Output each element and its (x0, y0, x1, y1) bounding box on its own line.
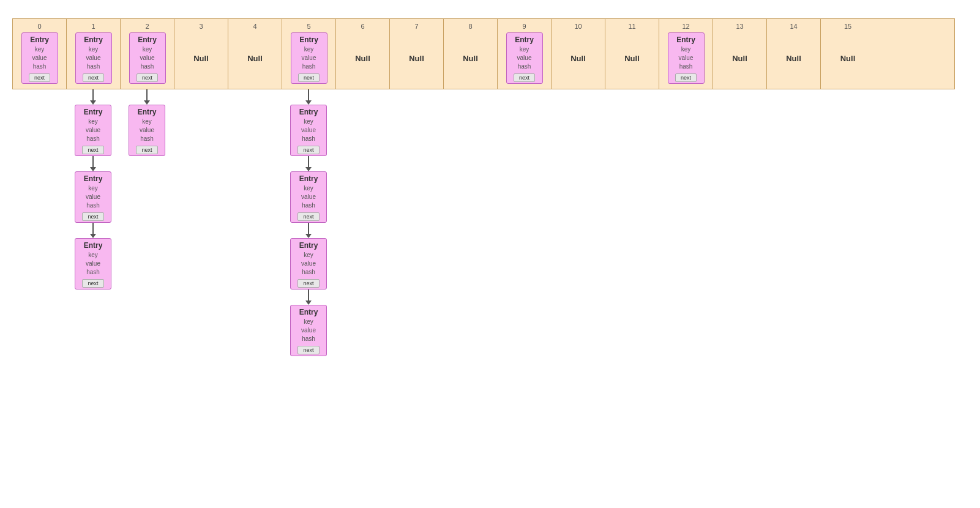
chain-col-4 (228, 89, 282, 356)
entry-field-2-key: key (143, 45, 152, 54)
bucket-null-7: Null (409, 35, 424, 81)
bucket-index-4: 4 (253, 23, 256, 30)
bucket-null-3: Null (193, 35, 209, 81)
arrow-5-3 (305, 289, 312, 305)
arrow-1-1 (90, 156, 96, 171)
bucket-null-11: Null (624, 35, 640, 81)
bucket-index-6: 6 (361, 23, 364, 30)
chain-1-node-1: Entry key value hash next (75, 105, 111, 156)
entry-field-2-value: value (140, 54, 155, 62)
entry-title-0: Entry (30, 35, 49, 44)
chain-2-node-1: Entry key value hash next (129, 105, 165, 156)
bucket-index-7: 7 (414, 23, 418, 30)
entry-field-12-hash: hash (679, 62, 693, 71)
entry-field-9-value: value (517, 54, 532, 62)
chain-col-0 (12, 89, 66, 356)
bucket-index-2: 2 (145, 23, 149, 30)
entry-title-5: Entry (299, 35, 318, 44)
arrow-5-2 (305, 223, 312, 238)
arrow-2-0 (144, 89, 150, 105)
chain-5-node-3: Entry key value hash next (290, 238, 327, 289)
chain-1-node-2: Entry key value hash next (75, 171, 111, 223)
bucket-index-13: 13 (736, 23, 743, 30)
bucket-null-10: Null (570, 35, 586, 81)
bucket-index-3: 3 (199, 23, 203, 30)
arrow-5-1 (305, 156, 312, 171)
entry-field-1-value: value (86, 54, 101, 62)
bucket-13: 13 Null (713, 19, 767, 89)
bucket-10: 10 Null (552, 19, 605, 89)
entry-field-1-key: key (89, 45, 99, 54)
bucket-index-12: 12 (682, 23, 689, 30)
entry-card-2: Entry key value hash next (129, 32, 166, 84)
chain-1-node-3: Entry key value hash next (75, 238, 111, 289)
bucket-1: 1 Entry key value hash next (67, 19, 121, 89)
bucket-15: 15 Null (821, 19, 875, 89)
bucket-7: 7 Null (390, 19, 444, 89)
entry-next-9: next (514, 73, 535, 82)
bucket-0: 0 Entry key value hash next (13, 19, 67, 89)
bucket-8: 8 Null (444, 19, 498, 89)
bucket-index-9: 9 (522, 23, 526, 30)
bucket-4: 4 Null (228, 19, 282, 89)
entry-title-12: Entry (676, 35, 695, 44)
entry-title-2: Entry (138, 35, 157, 44)
arrow-1-2 (90, 223, 96, 238)
entry-next-2: next (137, 73, 158, 82)
entry-next-1: next (83, 73, 104, 82)
entry-card-12: Entry key value hash next (668, 32, 705, 84)
bucket-index-10: 10 (574, 23, 582, 30)
bucket-null-15: Null (840, 35, 856, 81)
entry-field-2-hash: hash (141, 62, 154, 71)
bucket-14: 14 Null (767, 19, 821, 89)
entry-field-12-key: key (681, 45, 691, 54)
bucket-index-11: 11 (628, 23, 635, 30)
bucket-null-13: Null (732, 35, 747, 81)
bucket-index-1: 1 (91, 23, 95, 30)
bucket-null-8: Null (463, 35, 478, 81)
chain-5-node-2: Entry key value hash next (290, 171, 327, 223)
entry-next-12: next (675, 73, 697, 82)
entry-next-5: next (298, 73, 320, 82)
entry-card-5: Entry key value hash next (291, 32, 327, 84)
bucket-null-14: Null (786, 35, 801, 81)
arrow-1-0 (90, 89, 96, 105)
bucket-6: 6 Null (336, 19, 390, 89)
entry-field-12-value: value (679, 54, 694, 62)
entry-title-9: Entry (515, 35, 534, 44)
chain-col-1: Entry key value hash next Entry key valu… (66, 89, 120, 356)
entry-card-0: Entry key value hash next (21, 32, 58, 84)
chain-5-node-4: Entry key value hash next (290, 305, 327, 356)
entry-field-5-value: value (302, 54, 316, 62)
hash-table: 0 Entry key value hash next 1 Entry key … (12, 18, 955, 89)
entry-field-5-key: key (304, 45, 314, 54)
bucket-3: 3 Null (174, 19, 228, 89)
bucket-11: 11 Null (605, 19, 659, 89)
chain-col-3 (174, 89, 228, 356)
chain-5-node-1: Entry key value hash next (290, 105, 327, 156)
chain-col-2: Entry key value hash next (120, 89, 174, 356)
bucket-12: 12 Entry key value hash next (659, 19, 713, 89)
entry-title-1: Entry (84, 35, 103, 44)
bucket-9: 9 Entry key value hash next (498, 19, 552, 89)
bucket-index-0: 0 (37, 23, 41, 30)
entry-field-9-hash: hash (518, 62, 531, 71)
bucket-index-5: 5 (307, 23, 310, 30)
entry-field-1-hash: hash (87, 62, 100, 71)
entry-field-0-hash: hash (33, 62, 47, 71)
bucket-null-4: Null (247, 35, 263, 81)
entry-card-9: Entry key value hash next (506, 32, 543, 84)
bucket-index-15: 15 (844, 23, 851, 30)
arrow-5-0 (305, 89, 312, 105)
entry-field-9-key: key (520, 45, 529, 54)
bucket-null-6: Null (355, 35, 370, 81)
entry-card-1: Entry key value hash next (75, 32, 112, 84)
entry-field-0-key: key (35, 45, 45, 54)
bucket-2: 2 Entry key value hash next (121, 19, 174, 89)
entry-next-0: next (29, 73, 50, 82)
entry-field-0-value: value (32, 54, 47, 62)
entry-field-5-hash: hash (302, 62, 316, 71)
chain-col-5: Entry key value hash next Entry key valu… (282, 89, 335, 356)
bucket-index-8: 8 (468, 23, 472, 30)
bucket-index-14: 14 (790, 23, 797, 30)
